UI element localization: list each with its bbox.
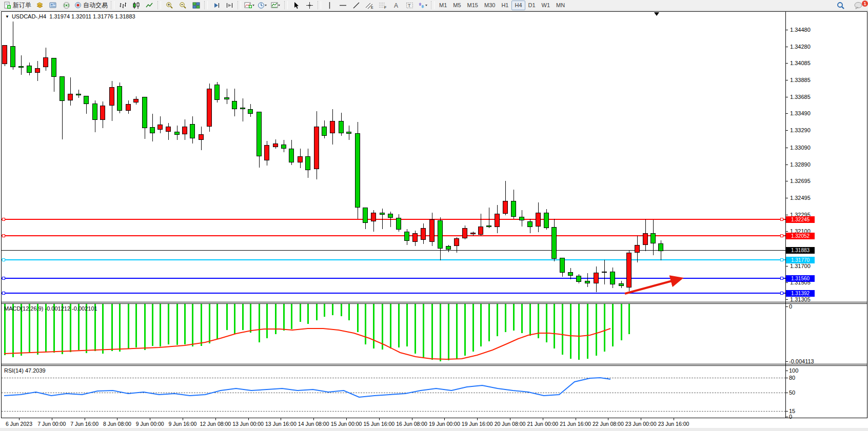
search-button[interactable] (834, 1, 847, 11)
candle (503, 201, 508, 214)
line-handle[interactable] (2, 218, 5, 221)
notifications-button[interactable]: 1 (852, 1, 865, 11)
horizontal-line-button[interactable] (336, 0, 349, 10)
text-label-button[interactable]: T (403, 0, 416, 10)
toolbar-separator (431, 1, 435, 9)
toolbar-separator (284, 1, 288, 9)
signals-button[interactable] (60, 0, 73, 10)
time-tick-label: 23 Jun 00:00 (625, 421, 657, 427)
rsi-axis-tick (785, 411, 788, 412)
line-handle[interactable] (2, 258, 5, 261)
price-tick-label: 1.33090 (790, 145, 811, 151)
macd-histogram-bar (119, 304, 121, 352)
macd-histogram-bar (390, 304, 391, 348)
line-handle[interactable] (2, 277, 5, 280)
candle (643, 233, 648, 245)
market-watch-button[interactable] (33, 0, 46, 10)
macd-histogram-bar (448, 304, 449, 360)
arrows-button[interactable] (416, 0, 429, 10)
line-handle[interactable] (780, 277, 783, 280)
tab-timeframe-m30[interactable]: M30 (481, 1, 498, 10)
one-click-trading-toggle[interactable]: ▼ (5, 14, 9, 19)
horizontal-line[interactable] (2, 259, 785, 260)
auto-scroll-icon (212, 2, 220, 9)
candle (396, 218, 401, 230)
new-order-icon (4, 2, 11, 9)
tab-timeframe-w1[interactable]: W1 (539, 1, 554, 10)
candle (305, 156, 310, 170)
macd-histogram-bar (415, 304, 416, 354)
cursor-button[interactable] (289, 0, 303, 10)
tab-timeframe-h1[interactable]: H1 (498, 1, 511, 10)
tab-timeframe-m1[interactable]: M1 (436, 1, 450, 10)
tab-timeframe-m5[interactable]: M5 (450, 1, 464, 10)
macd-histogram-bar (332, 304, 333, 315)
price-tick-label: 1.34085 (790, 60, 811, 66)
candle (199, 134, 204, 140)
horizontal-line[interactable] (2, 235, 785, 236)
tab-timeframe-d1[interactable]: D1 (525, 1, 539, 10)
equidistant-channel-button[interactable]: E (363, 0, 376, 10)
line-handle[interactable] (780, 292, 783, 295)
tile-windows-button[interactable] (189, 0, 203, 10)
line-chart-button[interactable] (143, 0, 156, 10)
horizontal-line[interactable] (2, 278, 785, 279)
bar-chart-button[interactable] (116, 0, 129, 10)
candle (264, 145, 269, 160)
tab-timeframe-h4[interactable]: H4 (511, 1, 525, 10)
candle (10, 46, 15, 67)
vertical-line-button[interactable] (323, 0, 336, 10)
candle (51, 58, 56, 77)
autotrading-button[interactable]: 自动交易 (73, 0, 109, 10)
trendline-button[interactable] (349, 0, 363, 10)
new-order-button[interactable]: 新订单 (2, 0, 33, 10)
terminal-button[interactable] (46, 0, 60, 10)
templates-button[interactable] (269, 0, 283, 10)
line-handle[interactable] (780, 234, 783, 237)
horizontal-line[interactable] (2, 293, 785, 294)
macd-histogram-bar (176, 304, 178, 345)
chart-shift-button[interactable] (223, 0, 236, 10)
rsi-axis-tick (785, 417, 788, 417)
rsi-axis-tick (785, 371, 788, 371)
indicators-button[interactable] (243, 0, 256, 10)
candle (240, 108, 245, 109)
time-tick (150, 418, 150, 420)
zoom-out-button[interactable] (176, 0, 189, 10)
periods-button[interactable] (256, 0, 269, 10)
price-tick-label: 1.34480 (790, 27, 811, 33)
horizontal-line[interactable] (2, 219, 785, 220)
trend-arrow[interactable] (625, 279, 680, 294)
macd-panel-bottom-border[interactable] (1, 364, 867, 364)
macd-histogram-bar (578, 304, 580, 360)
timeframe-group: M1M5M15M30H1H4D1W1MN (436, 0, 568, 10)
fibonacci-button[interactable]: F (376, 0, 389, 10)
macd-histogram-bar (398, 304, 400, 347)
main-panel-bottom-border[interactable] (1, 302, 867, 302)
macd-histogram-bar (283, 304, 285, 331)
candle (478, 227, 483, 235)
candle (658, 243, 663, 251)
candlestick-chart-button[interactable] (129, 0, 143, 10)
text-button[interactable]: A (389, 0, 403, 10)
toolbar-separator (318, 1, 321, 9)
horizontal-line[interactable] (2, 250, 785, 251)
macd-histogram-bar (184, 304, 186, 344)
line-handle[interactable] (780, 258, 783, 261)
terminal-icon (49, 2, 57, 9)
indicators-icon (244, 2, 254, 9)
crosshair-button[interactable] (303, 0, 316, 10)
zoom-in-button[interactable] (163, 0, 176, 10)
macd-histogram-bar (456, 304, 458, 359)
tab-timeframe-m15[interactable]: M15 (464, 1, 481, 10)
macd-histogram-bar (628, 304, 630, 334)
line-handle[interactable] (2, 234, 5, 237)
time-tick-label: 21 Jun 16:00 (560, 421, 591, 427)
candle (650, 233, 656, 243)
auto-scroll-button[interactable] (209, 0, 223, 10)
line-handle[interactable] (780, 218, 783, 221)
tab-timeframe-mn[interactable]: MN (553, 1, 568, 10)
macd-histogram-bar (365, 304, 366, 344)
candle (207, 89, 212, 127)
line-handle[interactable] (2, 292, 5, 295)
